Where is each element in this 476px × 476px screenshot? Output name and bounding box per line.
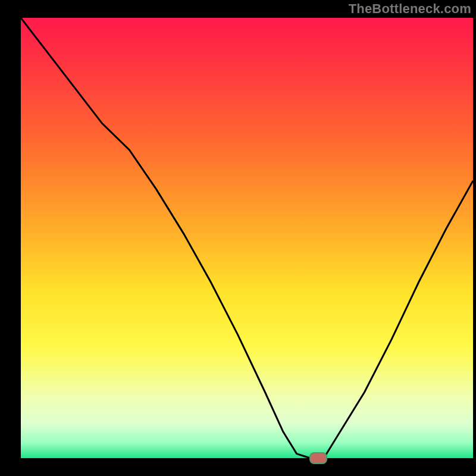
optimum-marker — [309, 452, 327, 464]
gradient-background — [21, 18, 473, 458]
plot-area — [21, 18, 473, 458]
chart-frame: TheBottleneck.com — [0, 0, 476, 476]
watermark-text: TheBottleneck.com — [349, 1, 471, 17]
plot-svg — [21, 18, 473, 458]
